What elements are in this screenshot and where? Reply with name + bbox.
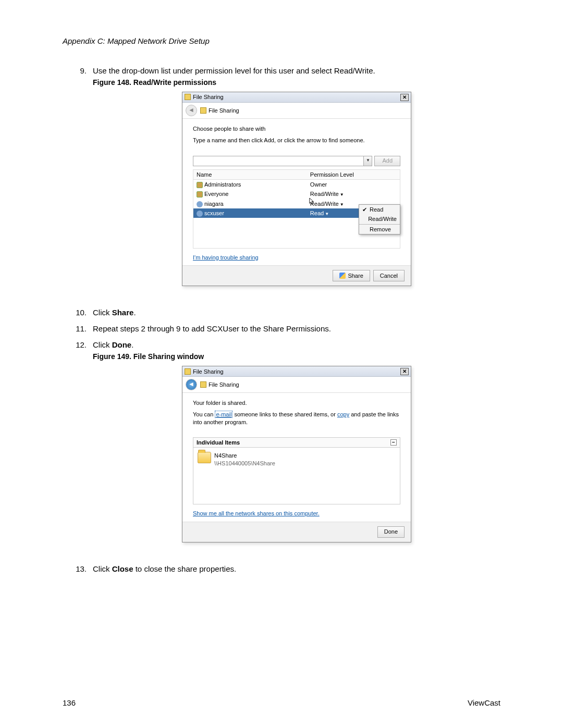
folder-icon	[198, 452, 211, 463]
trouble-sharing-link[interactable]: I'm having trouble sharing	[193, 254, 259, 261]
step-text: Repeat steps 2 through 9 to add SCXUser …	[93, 324, 500, 333]
back-button[interactable]: ◄	[186, 379, 197, 390]
breadcrumb: File Sharing	[209, 107, 239, 114]
folder-icon	[200, 107, 206, 114]
shared-folder-item[interactable]: N4Share \\HS10440005\N4Share	[198, 452, 396, 467]
dialog-subtext: You can e-mail someone links to these sh…	[193, 411, 400, 426]
step-12: 12. Click Done. Figure 149. File Sharing…	[63, 340, 500, 557]
dialog-heading: Your folder is shared.	[193, 399, 400, 406]
brand-name: ViewCast	[468, 698, 500, 707]
page-number: 136	[63, 698, 76, 707]
individual-items-header: Individual Items −	[193, 437, 400, 447]
chevron-down-icon[interactable]: ▼	[363, 156, 372, 166]
page-footer: 136 ViewCast	[63, 698, 500, 707]
row-name: scxuser	[204, 210, 224, 216]
step-13: 13. Click Close to close the share prope…	[63, 564, 500, 573]
folder-name: N4Share	[214, 452, 275, 459]
page-header-appendix: Appendix C: Mapped Network Drive Setup	[63, 36, 500, 45]
shield-icon	[339, 273, 346, 279]
collapse-icon[interactable]: −	[390, 439, 397, 446]
table-row[interactable]: Everyone Read/Write▼	[193, 189, 400, 199]
file-sharing-dialog-done: File Sharing ✕ ◄ File Sharing Your folde…	[182, 366, 411, 542]
step-text: Use the drop-down list under permission …	[93, 66, 500, 75]
breadcrumb: File Sharing	[209, 381, 239, 388]
step-number: 9.	[72, 66, 93, 301]
step-number: 10.	[72, 308, 93, 317]
row-name: Everyone	[204, 191, 228, 197]
group-icon	[197, 182, 203, 188]
check-icon: ✔	[362, 206, 368, 213]
user-icon	[197, 211, 203, 217]
chevron-down-icon: ▼	[340, 202, 344, 207]
file-sharing-dialog-permissions: File Sharing ✕ ◄ File Sharing Choose peo…	[182, 92, 411, 286]
menu-item-remove[interactable]: Remove	[359, 224, 400, 234]
copy-link[interactable]: copy	[337, 411, 349, 417]
user-icon	[197, 201, 203, 207]
done-button[interactable]: Done	[377, 526, 405, 538]
dialog-heading: Choose people to share with	[193, 125, 400, 132]
figure-caption-149: Figure 149. File Sharing window	[93, 352, 500, 361]
dialog-subtext: Type a name and then click Add, or click…	[193, 137, 400, 144]
figure-caption-148: Figure 148. Read/Write permissions	[93, 78, 500, 87]
cancel-button[interactable]: Cancel	[373, 270, 405, 281]
email-link[interactable]: e-mail	[215, 411, 232, 418]
back-button[interactable]: ◄	[186, 105, 197, 116]
menu-item-read[interactable]: ✔Read	[359, 205, 400, 214]
window-title: File Sharing	[193, 368, 224, 375]
individual-items-list: N4Share \\HS10440005\N4Share	[193, 447, 400, 504]
add-button[interactable]: Add	[374, 156, 400, 166]
table-row[interactable]: Administrators Owner	[193, 179, 400, 189]
step-number: 13.	[72, 564, 93, 573]
menu-item-read-write[interactable]: Read/Write	[359, 214, 400, 224]
chevron-down-icon: ▼	[340, 192, 344, 197]
close-button[interactable]: ✕	[400, 94, 409, 101]
permission-menu: ✔Read Read/Write Remove	[359, 204, 400, 235]
step-number: 11.	[72, 324, 93, 333]
step-9: 9. Use the drop-down list under permissi…	[63, 66, 500, 301]
column-name[interactable]: Name	[193, 169, 307, 179]
window-icon	[185, 368, 191, 375]
folder-path: \\HS10440005\N4Share	[214, 460, 275, 467]
chevron-down-icon: ▼	[325, 212, 329, 216]
window-icon	[185, 94, 191, 100]
name-combobox[interactable]: ▼	[193, 156, 372, 166]
close-button[interactable]: ✕	[400, 368, 409, 375]
window-title: File Sharing	[193, 93, 224, 101]
step-11: 11. Repeat steps 2 through 9 to add SCXU…	[63, 324, 500, 333]
folder-icon	[200, 381, 206, 388]
share-button[interactable]: Share	[333, 270, 370, 281]
group-icon	[197, 191, 203, 198]
show-network-shares-link[interactable]: Show me all the network shares on this c…	[193, 510, 320, 516]
step-number: 12.	[72, 340, 93, 557]
step-10: 10. Click Share.	[63, 308, 500, 317]
row-name: niagara	[204, 201, 224, 207]
row-permission-dropdown[interactable]: Read/Write▼	[307, 189, 400, 199]
row-permission: Owner	[307, 179, 400, 189]
row-name: Administrators	[204, 181, 241, 188]
column-permission[interactable]: Permission Level	[307, 169, 400, 179]
